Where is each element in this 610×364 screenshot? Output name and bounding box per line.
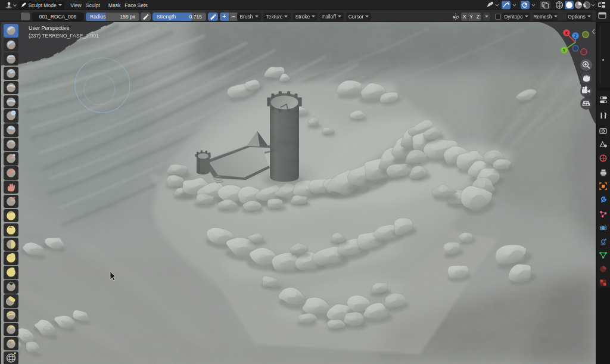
svg-text:Z: Z	[574, 34, 577, 38]
svg-text:(237) TERRENO_FASE_2.001: (237) TERRENO_FASE_2.001	[29, 33, 99, 39]
svg-text:Y: Y	[563, 48, 566, 52]
svg-text:X: X	[565, 31, 568, 35]
svg-text:User Perspective: User Perspective	[29, 25, 70, 31]
